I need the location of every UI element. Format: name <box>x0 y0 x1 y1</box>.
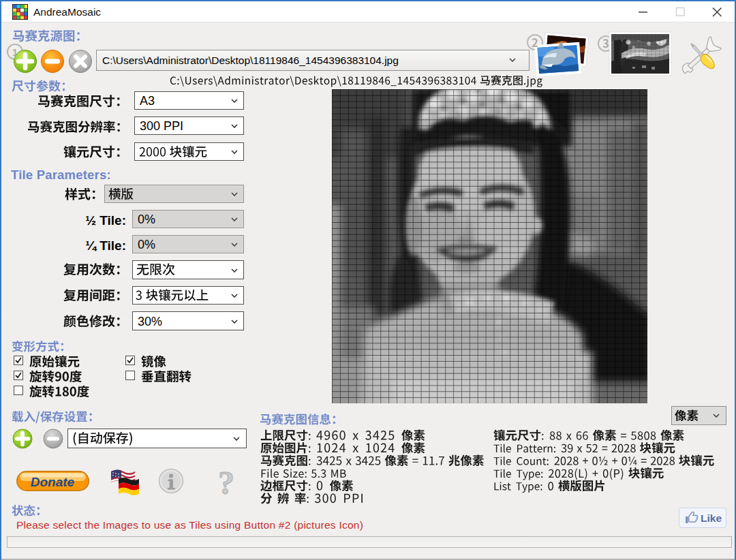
svg-text:?: ? <box>218 465 234 501</box>
svg-text:Donate: Donate <box>31 475 75 489</box>
